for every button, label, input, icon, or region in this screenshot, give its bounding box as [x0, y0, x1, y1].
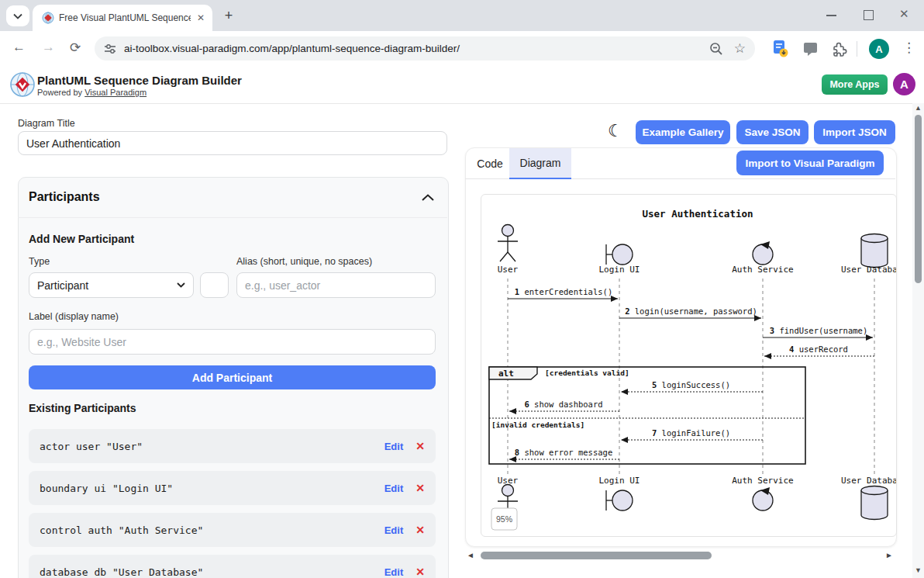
- participant-row: actor user "User"Edit✕: [29, 429, 436, 463]
- address-bar[interactable]: ai-toolbox.visual-paradigm.com/app/plant…: [95, 36, 755, 61]
- svg-text:95%: 95%: [496, 514, 512, 524]
- alias-label: Alias (short, unique, no spaces): [236, 256, 372, 267]
- svg-text:5 loginSuccess(): 5 loginSuccess(): [652, 380, 730, 389]
- forward-button[interactable]: →: [42, 40, 55, 55]
- delete-participant-button[interactable]: ✕: [415, 482, 425, 494]
- vscroll-up-arrow[interactable]: ▲: [915, 104, 922, 112]
- participant-code: boundary ui "Login UI": [40, 483, 384, 494]
- maximize-button[interactable]: [864, 10, 874, 20]
- participant-row: control auth "Auth Service"Edit✕: [29, 513, 436, 547]
- tune-icon: [104, 43, 116, 54]
- diagram-title-input[interactable]: [18, 131, 447, 155]
- reload-button[interactable]: ⟳: [70, 40, 81, 56]
- visual-paradigm-logo: [9, 71, 36, 98]
- participant-row: boundary ui "Login UI"Edit✕: [29, 471, 436, 505]
- alias-input[interactable]: [236, 272, 436, 298]
- chevron-down-icon: [177, 282, 185, 288]
- browser-window: Free Visual PlantUML Sequence ✕ + ✕ ← → …: [0, 0, 924, 578]
- svg-text:Login UI: Login UI: [599, 265, 640, 275]
- svg-text:User Database: User Database: [841, 265, 896, 275]
- sequence-diagram: User AuthenticationUserUserLogin UILogin…: [481, 195, 896, 536]
- vscroll-down-arrow[interactable]: ▼: [915, 566, 922, 574]
- add-new-participant-heading: Add New Participant: [29, 233, 134, 245]
- participant-list: actor user "User"Edit✕boundary ui "Login…: [29, 429, 436, 578]
- powered-by-prefix: Powered by: [37, 88, 82, 97]
- type-label: Type: [29, 256, 50, 267]
- import-json-button[interactable]: Import JSON: [814, 120, 895, 144]
- svg-text:8 show error message: 8 show error message: [515, 448, 612, 457]
- add-participant-button[interactable]: Add Participant: [29, 365, 436, 389]
- svg-text:6 show dashboard: 6 show dashboard: [524, 400, 602, 409]
- tab-code[interactable]: Code: [471, 148, 509, 179]
- type-select[interactable]: Participant: [29, 272, 194, 298]
- close-window-button[interactable]: ✕: [899, 7, 909, 21]
- delete-participant-button[interactable]: ✕: [415, 566, 425, 578]
- edit-participant-button[interactable]: Edit: [384, 524, 404, 536]
- zoom-out-icon[interactable]: [709, 42, 723, 56]
- svg-text:7 loginFailure(): 7 loginFailure(): [652, 428, 730, 438]
- example-gallery-button[interactable]: Example Gallery: [636, 120, 730, 144]
- toolbar-separator: [857, 41, 857, 57]
- new-tab-button[interactable]: +: [220, 7, 237, 24]
- svg-text:alt: alt: [498, 369, 514, 379]
- powered-by: Powered by Visual Paradigm: [37, 88, 147, 97]
- bookmark-star-icon[interactable]: ☆: [734, 40, 746, 57]
- minimize-button[interactable]: [826, 15, 836, 16]
- sequence-diagram-canvas[interactable]: User AuthenticationUserUserLogin UILogin…: [481, 194, 897, 537]
- url-text: ai-toolbox.visual-paradigm.com/app/plant…: [124, 43, 709, 54]
- svg-text:4 userRecord: 4 userRecord: [789, 344, 848, 354]
- svg-text:[invalid credentials]: [invalid credentials]: [491, 421, 584, 429]
- type-icon-box: [200, 272, 229, 298]
- display-name-label: Label (display name): [29, 311, 119, 322]
- tab-search-button[interactable]: [6, 5, 29, 26]
- diagram-title-label: Diagram Title: [18, 118, 75, 129]
- edit-participant-button[interactable]: Edit: [384, 441, 404, 452]
- site-favicon-icon: [42, 12, 54, 24]
- more-apps-button[interactable]: More Apps: [822, 74, 888, 95]
- svg-text:User: User: [498, 265, 519, 275]
- tab-close-icon[interactable]: ✕: [195, 12, 206, 23]
- vscroll-thumb[interactable]: [915, 115, 922, 283]
- visual-paradigm-link[interactable]: Visual Paradigm: [84, 88, 147, 97]
- save-json-button[interactable]: Save JSON: [736, 120, 808, 144]
- svg-text:User Database: User Database: [841, 476, 896, 486]
- browser-tab[interactable]: Free Visual PlantUML Sequence ✕: [33, 5, 212, 31]
- extensions-puzzle-icon[interactable]: [831, 40, 847, 57]
- svg-text:[credentials valid]: [credentials valid]: [545, 369, 629, 377]
- participant-row: database db "User Database"Edit✕: [29, 555, 436, 578]
- svg-text:3 findUser(username): 3 findUser(username): [770, 326, 867, 335]
- dark-mode-moon-icon[interactable]: ☾: [608, 121, 623, 141]
- translate-download-icon[interactable]: [772, 40, 789, 58]
- import-to-vp-button[interactable]: Import to Visual Paradigm: [736, 151, 884, 175]
- delete-participant-button[interactable]: ✕: [415, 524, 425, 536]
- browser-profile-avatar[interactable]: A: [869, 39, 889, 59]
- chat-bubble-icon[interactable]: [803, 42, 819, 57]
- participant-code: control auth "Auth Service": [40, 524, 384, 536]
- participant-code: actor user "User": [40, 441, 384, 452]
- hscroll-left-arrow[interactable]: ◄: [467, 551, 474, 559]
- tab-title: Free Visual PlantUML Sequence: [59, 12, 191, 23]
- display-name-input[interactable]: [29, 329, 436, 355]
- hscroll-thumb[interactable]: [481, 552, 712, 559]
- existing-participants-heading: Existing Participants: [29, 402, 136, 414]
- edit-participant-button[interactable]: Edit: [384, 483, 404, 494]
- app-user-avatar[interactable]: A: [893, 73, 915, 95]
- edit-participant-button[interactable]: Edit: [384, 566, 404, 578]
- hscroll-right-arrow[interactable]: ►: [885, 551, 893, 559]
- collapse-chevron-icon[interactable]: [422, 194, 434, 201]
- browser-menu-icon[interactable]: ⋮: [902, 40, 915, 56]
- participants-title: Participants: [29, 190, 100, 204]
- tab-diagram[interactable]: Diagram: [509, 148, 571, 179]
- chevron-down-icon: [13, 13, 22, 19]
- svg-text:2 login(username, password): 2 login(username, password): [625, 306, 757, 316]
- delete-participant-button[interactable]: ✕: [415, 440, 425, 452]
- back-button[interactable]: ←: [12, 40, 26, 55]
- svg-text:1 enterCredentials(): 1 enterCredentials(): [515, 287, 612, 296]
- svg-text:User Authentication: User Authentication: [643, 208, 753, 220]
- app-title: PlantUML Sequence Diagram Builder: [37, 74, 242, 87]
- svg-text:Auth Service: Auth Service: [732, 265, 793, 275]
- participant-code: database db "User Database": [40, 566, 384, 578]
- svg-text:Login UI: Login UI: [599, 476, 640, 486]
- type-select-value: Participant: [37, 279, 88, 292]
- svg-text:Auth Service: Auth Service: [732, 476, 793, 486]
